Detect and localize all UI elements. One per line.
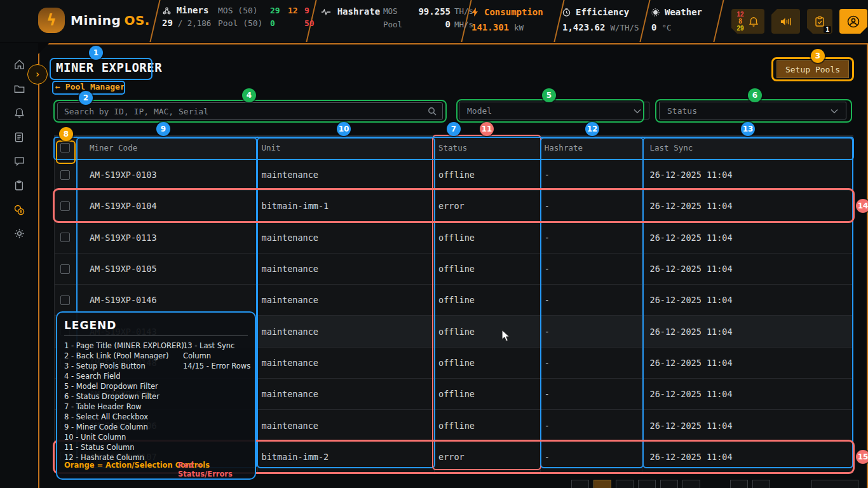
cell-unit: maintenance: [258, 222, 435, 253]
cell-status: offline: [435, 285, 541, 315]
table-header-row: Miner Code Unit Status Hashrate Last Syn…: [55, 136, 853, 159]
legend-item: 5 - Model Dropdown Filter: [64, 381, 248, 391]
row-checkbox[interactable]: [60, 295, 70, 305]
cell-last-sync: 26-12-2025 11:04: [642, 379, 853, 409]
cell-hashrate: -: [541, 442, 642, 472]
back-link[interactable]: ← Pool Manager: [55, 82, 125, 92]
cell-status: error: [435, 191, 541, 221]
legend-item: 9 - Miner Code Column: [64, 422, 248, 432]
search-field: [57, 102, 443, 120]
sidebar-collapse-button[interactable]: ›: [27, 64, 48, 85]
cell-last-sync: 26-12-2025 11:04: [642, 348, 853, 378]
page-title: MINER EXPLORER: [56, 60, 162, 74]
pagination: [571, 480, 858, 488]
search-input[interactable]: [58, 107, 428, 116]
cell-miner-code: AM-S19XP-0105: [77, 254, 258, 284]
select-all-checkbox[interactable]: [60, 143, 70, 152]
pagination-page-button[interactable]: [682, 480, 700, 488]
header-unit: Unit: [258, 136, 435, 159]
pagination-page-button[interactable]: [660, 480, 678, 488]
legend-item: 14/15 - Error Rows: [183, 361, 255, 371]
legend-title: LEGEND: [64, 319, 248, 332]
legend-item: 11 - Status Column: [64, 442, 248, 452]
legend-items-col2: 13 - Last Sync Column14/15 - Error Rows: [183, 341, 255, 371]
pagination-nav-button[interactable]: [730, 480, 748, 488]
cell-hashrate: -: [541, 379, 642, 409]
row-checkbox[interactable]: [60, 264, 70, 274]
pagination-page-size-select[interactable]: [811, 480, 858, 488]
cell-miner-code: AM-S19XP-0104: [77, 191, 258, 221]
cell-hashrate: -: [541, 159, 642, 190]
table-row[interactable]: AM-S19XP-0105 maintenance offline - 26-1…: [55, 254, 853, 285]
cell-status: offline: [435, 222, 541, 253]
header-status: Status: [435, 136, 541, 159]
chevron-down-icon: [634, 106, 641, 116]
cell-unit: maintenance: [258, 348, 435, 378]
arrow-left-icon: ←: [55, 82, 60, 92]
legend-footer-red: Red = Status/Errors: [178, 461, 255, 478]
cell-hashrate: -: [541, 191, 642, 221]
cell-unit: maintenance: [258, 316, 435, 346]
model-filter-dropdown[interactable]: Model: [459, 102, 649, 119]
cell-last-sync: 26-12-2025 11:04: [642, 442, 853, 472]
cell-hashrate: -: [541, 285, 642, 315]
header-miner-code: Miner Code: [77, 136, 258, 159]
cell-status: offline: [435, 316, 541, 346]
select-all-checkbox-cell: [55, 136, 77, 159]
pagination-nav-button[interactable]: [752, 480, 770, 488]
cell-status: offline: [435, 410, 541, 440]
row-checkbox[interactable]: [60, 170, 70, 180]
legend-box: LEGEND 1 - Page Title (MINER EXPLORER)2 …: [56, 311, 256, 480]
cell-unit: maintenance: [258, 159, 435, 190]
cell-last-sync: 26-12-2025 11:04: [642, 191, 853, 221]
legend-item: 6 - Status Dropdown Filter: [64, 391, 248, 402]
cell-unit: bitmain-imm-1: [258, 191, 435, 221]
cell-last-sync: 26-12-2025 11:04: [642, 159, 853, 190]
row-checkbox[interactable]: [60, 201, 70, 211]
legend-item: 4 - Search Field: [64, 371, 248, 381]
cell-hashrate: -: [541, 410, 642, 440]
chevron-down-icon: [831, 106, 838, 116]
cell-status: offline: [435, 254, 541, 284]
cell-status: offline: [435, 348, 541, 378]
cell-status: offline: [435, 379, 541, 409]
screen: MiningOS. Miners MOS (50) 29 12 9: [0, 0, 868, 488]
cell-hashrate: -: [541, 316, 642, 346]
table-row[interactable]: AM-S19XP-0104 bitmain-imm-1 error - 26-1…: [55, 191, 853, 222]
header-hashrate: Hashrate: [541, 136, 642, 159]
cell-unit: maintenance: [258, 379, 435, 409]
pagination-page-button[interactable]: [616, 480, 634, 488]
legend-item: 7 - Table Header Row: [64, 402, 248, 412]
cell-unit: maintenance: [258, 285, 435, 315]
table-row[interactable]: AM-S19XP-0103 maintenance offline - 26-1…: [55, 159, 853, 191]
pagination-page-button-active[interactable]: [593, 480, 611, 488]
legend-item: 13 - Last Sync Column: [183, 341, 255, 361]
row-checkbox[interactable]: [60, 233, 70, 242]
cell-miner-code: AM-S19XP-0113: [77, 222, 258, 253]
pagination-page-button[interactable]: [638, 480, 656, 488]
header-last-sync: Last Sync: [642, 136, 853, 159]
cell-last-sync: 26-12-2025 11:04: [642, 316, 853, 346]
cell-status: error: [435, 442, 541, 472]
cell-unit: bitmain-imm-2: [258, 442, 435, 472]
legend-item: 10 - Unit Column: [64, 432, 248, 442]
legend-divider: [64, 336, 248, 336]
setup-pools-button[interactable]: Setup Pools: [776, 60, 849, 78]
cell-hashrate: -: [541, 348, 642, 378]
table-row[interactable]: AM-S19XP-0113 maintenance offline - 26-1…: [55, 222, 853, 254]
status-filter-dropdown[interactable]: Status: [659, 102, 846, 119]
search-icon: [428, 107, 437, 116]
cell-last-sync: 26-12-2025 11:04: [642, 410, 853, 440]
cell-hashrate: -: [541, 254, 642, 284]
cell-unit: maintenance: [258, 254, 435, 284]
cell-last-sync: 26-12-2025 11:04: [642, 254, 853, 284]
cell-last-sync: 26-12-2025 11:04: [642, 285, 853, 315]
cell-miner-code: AM-S19XP-0103: [77, 159, 258, 190]
cell-last-sync: 26-12-2025 11:04: [642, 222, 853, 253]
pagination-page-button[interactable]: [571, 480, 589, 488]
cell-unit: maintenance: [258, 410, 435, 440]
cell-status: offline: [435, 159, 541, 190]
cell-hashrate: -: [541, 222, 642, 253]
legend-item: 8 - Select All Checkbox: [64, 412, 248, 422]
